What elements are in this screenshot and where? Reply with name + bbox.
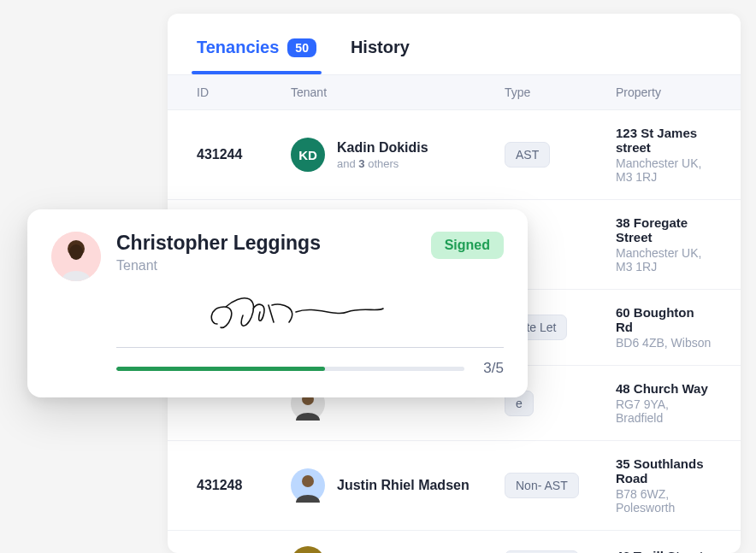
progress-bar <box>116 367 464 371</box>
property-line1: 38 Foregate Street <box>616 215 712 244</box>
tab-history[interactable]: History <box>351 38 410 74</box>
table-row[interactable]: 431249MCMiracle CalzoniNon- AST46 Traill… <box>168 531 741 553</box>
cell-tenant: Justin Rhiel Madsen <box>291 468 505 503</box>
tenant-name: Justin Rhiel Madsen <box>337 478 470 493</box>
table-row[interactable]: 431248Justin Rhiel MadsenNon- AST35 Sout… <box>168 441 741 531</box>
cell-type: AST <box>505 142 616 168</box>
col-type: Type <box>505 85 616 99</box>
card-title: Christopher Leggings <box>116 232 321 255</box>
progress: 3/5 <box>116 360 504 377</box>
tenant-meta: and 3 others <box>337 157 428 170</box>
card-header: Christopher Leggings Tenant Signed <box>51 232 504 281</box>
cell-tenant: KDKadin Dokidisand 3 others <box>291 138 505 172</box>
signature-area[interactable] <box>116 290 504 348</box>
type-pill: AST <box>505 142 550 168</box>
col-property: Property <box>616 85 712 99</box>
property-line2: RG7 9YA, Bradfield <box>616 397 712 425</box>
tab-history-label: History <box>351 38 410 57</box>
property-line1: 35 Southlands Road <box>616 456 712 485</box>
avatar <box>291 468 325 503</box>
tab-tenancies[interactable]: Tenancies 50 <box>197 38 316 74</box>
property-line1: 123 St James street <box>616 126 712 155</box>
cell-id: 431248 <box>197 478 291 493</box>
property-line1: 48 Church Way <box>616 381 712 396</box>
status-badge: Signed <box>431 232 504 259</box>
signature-icon <box>202 286 390 341</box>
cell-property: 35 Southlands RoadB78 6WZ, Polesworth <box>616 456 712 515</box>
property-line1: 46 Traill Street <box>616 549 712 554</box>
cell-property: 123 St James streetManchester UK, M3 1RJ <box>616 126 712 184</box>
cell-tenant: MCMiracle Calzoni <box>291 546 505 553</box>
tabs: Tenancies 50 History <box>168 14 741 74</box>
card-title-block: Christopher Leggings Tenant <box>116 232 321 274</box>
table-row[interactable]: 431244KDKadin Dokidisand 3 othersAST123 … <box>168 110 741 200</box>
avatar: MC <box>291 546 325 553</box>
cell-property: 48 Church WayRG7 9YA, Bradfield <box>616 381 712 425</box>
cell-property: 38 Foregate StreetManchester UK, M3 1RJ <box>616 215 712 274</box>
tab-tenancies-label: Tenancies <box>197 38 279 57</box>
cell-id: 431244 <box>197 147 291 162</box>
cell-property: 60 Boughton RdBD6 4ZB, Wibson <box>616 305 712 350</box>
progress-fill <box>116 367 325 371</box>
tab-tenancies-badge: 50 <box>287 38 316 57</box>
col-tenant: Tenant <box>291 85 505 99</box>
card-subtitle: Tenant <box>116 258 321 274</box>
col-id: ID <box>197 85 291 99</box>
property-line2: B78 6WZ, Polesworth <box>616 487 712 515</box>
property-line1: 60 Boughton Rd <box>616 305 712 334</box>
avatar <box>51 232 101 281</box>
type-pill: Non- AST <box>505 473 579 498</box>
signing-card: Christopher Leggings Tenant Signed 3/5 <box>27 209 528 397</box>
tenant-name: Kadin Dokidis <box>337 140 428 156</box>
table-header: ID Tenant Type Property <box>168 74 741 110</box>
progress-label: 3/5 <box>483 360 504 377</box>
cell-property: 46 Traill StreetRotherby <box>616 549 712 554</box>
property-line2: Manchester UK, M3 1RJ <box>616 156 712 184</box>
svg-point-4 <box>69 244 83 260</box>
property-line2: Manchester UK, M3 1RJ <box>616 246 712 274</box>
cell-type: Non- AST <box>505 473 616 498</box>
property-line2: BD6 4ZB, Wibson <box>616 336 712 350</box>
avatar: KD <box>291 138 325 172</box>
svg-point-1 <box>302 475 314 487</box>
